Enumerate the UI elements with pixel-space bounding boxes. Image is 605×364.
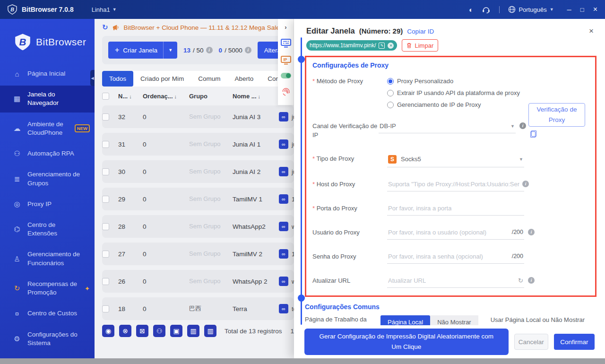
- sidebar-item-operation-logs[interactable]: ▤ Logs de Operação: [0, 355, 95, 358]
- column-header-name[interactable]: Nome ...↓: [233, 93, 279, 100]
- info-icon[interactable]: i: [519, 122, 526, 129]
- sidebar-item-group-management[interactable]: ≣ Gerenciamento de Grupos: [0, 165, 95, 192]
- sidebar-item-rpa-robot[interactable]: ⚇ Automação RPA: [0, 145, 95, 163]
- refresh-icon[interactable]: ↻: [102, 23, 108, 32]
- info-icon[interactable]: i: [522, 181, 529, 187]
- sidebar-item-extension-center[interactable]: ⌬ Centro de Extensões: [0, 216, 95, 243]
- expand-panel-icon[interactable]: ›: [285, 24, 286, 31]
- line-selector[interactable]: Linha1▼: [92, 6, 117, 13]
- row-checkbox[interactable]: [102, 141, 109, 148]
- close-window-icon[interactable]: ⊠: [136, 325, 148, 337]
- sort-desc-icon[interactable]: ↓: [258, 94, 261, 99]
- column-header-number[interactable]: N...↓: [118, 93, 143, 100]
- remove-url-icon[interactable]: ✕: [388, 43, 394, 49]
- edit-url-icon[interactable]: ✎: [379, 43, 385, 49]
- link-icon[interactable]: ∞: [279, 112, 288, 121]
- sidebar-item-proxy-ip[interactable]: ◎ Proxy IP: [0, 195, 95, 213]
- sidebar-collapse-handle[interactable]: ◀: [90, 70, 95, 86]
- table-row[interactable]: 29 0 Sem Grupo TamilMV 1 ∞ 1tam: [102, 188, 294, 210]
- link-icon[interactable]: ∞: [279, 304, 288, 313]
- link-icon[interactable]: ∞: [279, 139, 288, 149]
- radio-custom-proxy[interactable]: Proxy Personalizado: [387, 78, 453, 85]
- sidebar-item-promotion-rewards[interactable]: ↻ Recompensas de Promoção ✦: [0, 275, 95, 302]
- row-checkbox[interactable]: [102, 223, 109, 230]
- info-icon[interactable]: i: [528, 277, 535, 284]
- info-icon[interactable]: i: [528, 229, 535, 235]
- close-button[interactable]: ×: [593, 5, 597, 14]
- table-row[interactable]: 31 0 Sem Grupo Junia AI 1 ∞ junia.: [102, 133, 294, 156]
- proxy-check-button[interactable]: Verificação de Proxy: [528, 103, 585, 127]
- info-icon[interactable]: i: [245, 47, 251, 53]
- open-browser-icon[interactable]: ◉: [102, 325, 114, 337]
- create-window-button[interactable]: + Criar Janela ▼: [108, 42, 177, 59]
- sidebar-item-employee-management[interactable]: ♙ Gerenciamento de Funcionários: [0, 245, 95, 272]
- proxy-type-select[interactable]: S Socks5 ▼: [387, 154, 524, 167]
- arrange-windows-icon[interactable]: ▣: [170, 325, 182, 337]
- row-checkbox[interactable]: [102, 305, 109, 312]
- support-headset-icon[interactable]: [482, 6, 491, 14]
- page-number[interactable]: 1: [286, 328, 294, 335]
- link-icon[interactable]: ∞: [279, 249, 288, 259]
- maximize-button[interactable]: □: [580, 6, 584, 13]
- theme-toggle-icon[interactable]: ◐: [469, 6, 473, 13]
- row-checkbox[interactable]: [102, 168, 109, 175]
- select-all-checkbox[interactable]: [102, 93, 109, 100]
- row-checkbox[interactable]: [102, 196, 109, 203]
- proxy-host-input[interactable]: Suporta "Tipo de Proxy://Host:Porta:Usuá…: [387, 180, 524, 191]
- table-row[interactable]: 30 0 Sem Grupo Junia AI 2 ∞ junia.: [102, 160, 294, 183]
- chevron-down-icon[interactable]: ▼: [164, 48, 177, 52]
- dialog-close-icon[interactable]: ×: [589, 26, 594, 36]
- radio-proxy-ip-management[interactable]: Gerenciamento de IP de Proxy: [387, 101, 481, 108]
- rpa-batch-icon[interactable]: ⚇: [153, 325, 165, 337]
- recycle-bin-icon[interactable]: ▥: [187, 325, 199, 337]
- copy-id-link[interactable]: Copiar ID: [407, 28, 434, 35]
- table-row[interactable]: 18 0 巴西 Terra ∞ terra.: [102, 297, 294, 320]
- column-header-group[interactable]: Grupo: [189, 93, 233, 100]
- sidebar-item-cost-center[interactable]: ¤ Centro de Custos: [0, 304, 95, 322]
- proxy-settings-icon[interactable]: [281, 39, 291, 48]
- link-icon[interactable]: ∞: [279, 194, 288, 204]
- table-row[interactable]: 32 0 Sem Grupo Junia AI 3 ∞ junia.: [102, 105, 294, 128]
- sort-desc-icon[interactable]: ↓: [174, 94, 177, 99]
- copy-icon[interactable]: [530, 130, 536, 138]
- column-header-order[interactable]: Ordenaç...↓: [143, 93, 189, 100]
- sidebar-item-cloud-phone[interactable]: ☁ Ambiente de CloudPhone NEW: [0, 115, 95, 142]
- proxy-user-input[interactable]: Por favor, insira o usuário (opcional) /…: [387, 228, 524, 240]
- table-row[interactable]: 26 0 Sem Grupo WhatsApp 2 ∞ what: [102, 270, 294, 293]
- radio-extract-ip-api[interactable]: Extrair IP usando API da plataforma de p…: [387, 89, 520, 96]
- close-browser-icon[interactable]: ⊗: [119, 325, 131, 337]
- tab-aberto[interactable]: Aberto: [228, 71, 261, 87]
- tab-comum[interactable]: Comum: [191, 71, 227, 87]
- minimize-button[interactable]: ─: [567, 6, 571, 13]
- generate-fingerprint-button[interactable]: Gerar Configuração de Impressão Digital …: [304, 329, 509, 355]
- info-icon[interactable]: i: [206, 47, 213, 53]
- link-icon[interactable]: ∞: [279, 277, 288, 286]
- ip-channel-select[interactable]: DB-IP ▼: [379, 121, 516, 133]
- sidebar-item-home[interactable]: ⌂ Página Inicial: [0, 65, 95, 83]
- fingerprint-icon[interactable]: [281, 87, 291, 97]
- proxy-port-input[interactable]: Por favor, insira a porta: [387, 204, 524, 216]
- refresh-icon[interactable]: ↻: [518, 277, 523, 284]
- confirm-button[interactable]: Confirmar: [554, 334, 595, 350]
- link-icon[interactable]: ∞: [279, 167, 288, 176]
- table-row[interactable]: 27 0 Sem Grupo TamilMV 2 ∞ 1tam: [102, 243, 294, 265]
- proxy-pass-input[interactable]: Por favor, insira a senha (opcional) /20…: [387, 252, 524, 264]
- ip-monitor-icon[interactable]: IP: [281, 56, 291, 65]
- sidebar-item-system-settings[interactable]: ⚙ Configurações do Sistema: [0, 326, 95, 352]
- banner-text[interactable]: BitBrowser + Cloud Phone — 11.11 & 12.12…: [124, 24, 280, 31]
- language-selector[interactable]: Português▼: [508, 6, 553, 13]
- delete-icon[interactable]: ▥: [204, 325, 216, 337]
- refresh-url-input[interactable]: Atualizar URL ↻: [387, 276, 524, 288]
- sort-desc-icon[interactable]: ↓: [129, 94, 132, 99]
- link-icon[interactable]: ∞: [279, 222, 288, 231]
- tab-criado-por-mim[interactable]: Criado por Mim: [133, 71, 191, 87]
- row-checkbox[interactable]: [102, 251, 109, 258]
- row-checkbox[interactable]: [102, 113, 109, 121]
- clear-urls-button[interactable]: Limpar: [402, 39, 438, 52]
- sync-toggle[interactable]: [281, 73, 291, 78]
- tab-todos[interactable]: Todos: [102, 71, 133, 87]
- table-row[interactable]: 28 0 Sem Grupo WhatsApp2 ∞ what: [102, 215, 294, 238]
- cancel-button[interactable]: Cancelar: [514, 334, 548, 350]
- sidebar-item-browser-window[interactable]: ▦ Janela do Navegador: [0, 86, 95, 112]
- row-checkbox[interactable]: [102, 278, 109, 285]
